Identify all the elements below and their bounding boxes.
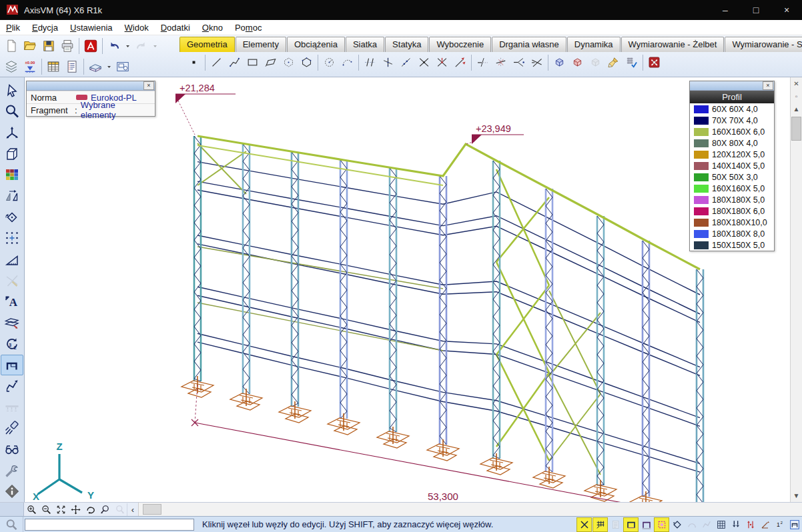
gravity-direction-icon[interactable]: [729, 518, 743, 531]
geometry-check-tool[interactable]: [1, 249, 23, 270]
new-file-button[interactable]: [2, 37, 21, 55]
scroll-up-icon[interactable]: ▲: [791, 103, 802, 115]
grid-display-icon[interactable]: [714, 518, 728, 531]
hscroll-thumb[interactable]: [143, 504, 161, 515]
menu-item-ustawienia[interactable]: Ustawienia: [64, 21, 119, 34]
extend-tool[interactable]: [492, 54, 510, 71]
trim-tool[interactable]: [474, 54, 492, 71]
maximize-button[interactable]: □: [741, 0, 771, 20]
views-tool[interactable]: [1, 122, 23, 143]
menu-item-pomoc[interactable]: Pomoc: [229, 21, 268, 34]
menu-item-okno[interactable]: Okno: [196, 21, 229, 34]
tab-statyka[interactable]: Statyka: [385, 37, 428, 52]
remove-node-tool[interactable]: [433, 54, 451, 71]
close-button[interactable]: ×: [771, 0, 802, 20]
zoom-fit-button[interactable]: [53, 503, 68, 516]
library-dropdown[interactable]: [105, 57, 113, 75]
library-button[interactable]: [86, 57, 105, 75]
undo-dropdown[interactable]: [123, 37, 132, 55]
divide-by-plane-tool[interactable]: [510, 54, 528, 71]
cleanup-tool[interactable]: [605, 54, 623, 71]
render-tool[interactable]: [1, 418, 23, 439]
settings-tool[interactable]: [1, 460, 23, 481]
tab-obciążenia[interactable]: Obciążenia: [287, 37, 345, 52]
node-tool[interactable]: [185, 54, 203, 71]
open-button[interactable]: [21, 37, 39, 55]
scroll-down-icon[interactable]: ▼: [791, 489, 802, 502]
tab-geometria[interactable]: Geometria: [179, 37, 235, 52]
display-options-tool[interactable]: [1, 439, 23, 460]
vertical-scrollbar[interactable]: ✕ ▫ ▲ ▼: [790, 77, 802, 502]
profil-close-icon[interactable]: ×: [763, 81, 773, 90]
background-layers-tool[interactable]: [1, 312, 23, 333]
minimize-button[interactable]: –: [710, 0, 741, 20]
circle-tool[interactable]: [320, 54, 338, 71]
layers-button[interactable]: [2, 57, 21, 75]
previous-view-button[interactable]: [97, 503, 112, 516]
report-button[interactable]: [63, 57, 81, 75]
elevation-level-button[interactable]: ±0.00: [21, 57, 39, 75]
tab-dynamika[interactable]: Dynamika: [567, 37, 621, 52]
tab-drgania-własne[interactable]: Drgania własne: [492, 37, 566, 52]
transform-tool[interactable]: [1, 185, 23, 207]
snap-intersection-icon[interactable]: [576, 517, 592, 532]
zoom-out-button[interactable]: [39, 503, 53, 516]
node-search-input[interactable]: [25, 519, 194, 531]
polygon-tool[interactable]: [280, 54, 298, 71]
arc-tool[interactable]: [338, 54, 356, 71]
annotation-tool[interactable]: A: [1, 291, 23, 313]
tab-wymiarowanie-żelbet[interactable]: Wymiarowanie - Żelbet: [621, 37, 725, 52]
divide-node-tool[interactable]: [379, 54, 397, 71]
color-coding-tool[interactable]: [1, 165, 23, 186]
pdf-export-button[interactable]: [81, 37, 100, 55]
workplane-display-icon[interactable]: [787, 518, 801, 531]
tab-wyboczenie[interactable]: Wyboczenie: [429, 37, 491, 52]
menu-item-plik[interactable]: Plik: [0, 21, 26, 34]
tab-wymiarowanie-stal[interactable]: Wymiarowanie - Stal: [725, 37, 802, 52]
rotate-view-button[interactable]: [83, 503, 97, 516]
rotate-tool[interactable]: [1, 207, 23, 228]
polyline-edit-tool[interactable]: [1, 375, 23, 397]
horizontal-scrollbar[interactable]: [138, 503, 802, 516]
rectangle-tool[interactable]: [244, 54, 262, 71]
cut-tool[interactable]: [528, 54, 546, 71]
geometry-tools-button[interactable]: [645, 54, 663, 71]
solid-section-tool[interactable]: [568, 54, 586, 71]
numbering-icon[interactable]: 12: [773, 518, 787, 531]
menu-item-widok[interactable]: Widok: [119, 21, 155, 34]
renumber-tool[interactable]: 32: [1, 333, 23, 355]
rotate-snap-icon[interactable]: [670, 518, 684, 531]
modify-tool[interactable]: [451, 54, 469, 71]
selection-tool[interactable]: [1, 80, 23, 101]
save-button[interactable]: [39, 37, 58, 55]
check-mesh-tool[interactable]: [623, 54, 641, 71]
parts-tool[interactable]: [1, 143, 23, 165]
model-canvas[interactable]: 53,300+21,284+23,949 × Norma Eurokod-PL …: [25, 77, 790, 502]
panel-close-icon[interactable]: ✕: [791, 77, 802, 90]
divide-segments-tool[interactable]: [397, 54, 415, 71]
dimension-snap-icon[interactable]: [743, 518, 757, 531]
undo-button[interactable]: [105, 37, 123, 55]
solid-body-tool[interactable]: [550, 54, 568, 71]
intersect-tool[interactable]: [415, 54, 433, 71]
zoom-in-button[interactable]: [24, 503, 39, 516]
frame-edit-tool[interactable]: [1, 355, 23, 376]
skewed-rectangle-tool[interactable]: [262, 54, 280, 71]
angle-snap-icon[interactable]: [758, 518, 772, 531]
tab-elementy[interactable]: Elementy: [236, 37, 286, 52]
snap-grid-icon[interactable]: [592, 517, 608, 532]
model-info-tool[interactable]: [1, 481, 23, 502]
line-tool[interactable]: [208, 54, 226, 71]
menu-item-dodatki[interactable]: Dodatki: [155, 21, 196, 34]
vscroll-thumb[interactable]: [791, 117, 801, 141]
closed-polygon-tool[interactable]: [298, 54, 316, 71]
tab-siatka[interactable]: Siatka: [346, 37, 384, 52]
array-tool[interactable]: [1, 228, 23, 249]
selection-box-icon[interactable]: [654, 517, 669, 532]
drawing-button[interactable]: [113, 57, 132, 75]
norma-close-icon[interactable]: ×: [143, 81, 154, 90]
scroll-left-icon[interactable]: ‹: [127, 503, 138, 516]
pan-button[interactable]: [68, 503, 83, 516]
panel-restore-icon[interactable]: ▫: [791, 90, 802, 103]
workplane-b-icon[interactable]: [639, 518, 653, 531]
